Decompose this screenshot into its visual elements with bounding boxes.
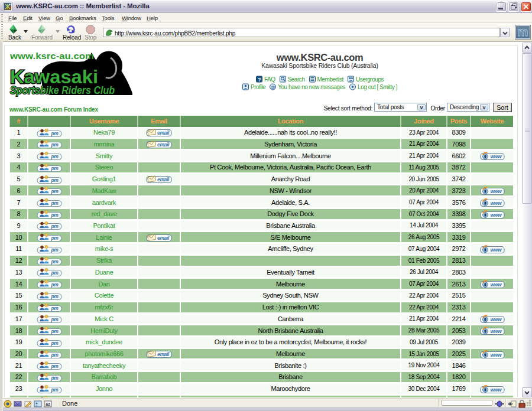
svg-text:@: @	[271, 84, 275, 90]
svg-text:pm: pm	[50, 352, 59, 358]
svg-text:email: email	[157, 177, 170, 182]
svg-text:pm: pm	[50, 282, 59, 288]
svg-text:www: www	[490, 247, 502, 253]
svg-text:pm: pm	[50, 177, 59, 183]
svg-text:pm: pm	[50, 305, 59, 311]
svg-text:pm: pm	[50, 340, 59, 346]
svg-text:www.ksrc-au.com: www.ksrc-au.com	[9, 51, 94, 61]
svg-text:pm: pm	[50, 293, 59, 299]
svg-text:az: az	[46, 402, 50, 406]
svg-text:email: email	[157, 142, 170, 148]
svg-text:www: www	[490, 200, 502, 206]
svg-text:www: www	[490, 282, 502, 288]
svg-text:www: www	[490, 352, 502, 358]
svg-text:pm: pm	[50, 212, 59, 218]
svg-text:www: www	[490, 387, 502, 393]
svg-text:email: email	[157, 235, 170, 241]
svg-text:pm: pm	[50, 363, 59, 369]
svg-text:pm: pm	[50, 200, 59, 206]
svg-text:pm: pm	[50, 235, 59, 241]
svg-text:pm: pm	[50, 387, 59, 393]
svg-text:pm: pm	[50, 188, 59, 194]
svg-text:www: www	[490, 212, 502, 218]
svg-text:?: ?	[258, 77, 261, 83]
svg-text:www: www	[490, 317, 502, 322]
svg-text:pm: pm	[50, 154, 59, 159]
svg-text:pm: pm	[50, 223, 59, 229]
svg-text:pm: pm	[50, 270, 59, 276]
svg-text:m: m	[518, 25, 528, 38]
svg-text:pm: pm	[50, 142, 59, 148]
svg-text:pm: pm	[50, 247, 59, 253]
svg-text:pm: pm	[50, 375, 59, 381]
svg-text:pm: pm	[50, 165, 59, 171]
svg-text:www: www	[490, 188, 502, 194]
svg-text:email: email	[157, 351, 170, 357]
svg-text:www: www	[490, 328, 502, 334]
svg-text:pm: pm	[50, 259, 59, 265]
svg-text:pm: pm	[50, 131, 59, 136]
svg-text:pm: pm	[50, 328, 59, 334]
svg-text:Sportsbike Riders Club: Sportsbike Riders Club	[10, 84, 115, 96]
svg-text:email: email	[157, 130, 170, 136]
svg-text:www: www	[490, 154, 502, 159]
svg-text:pm: pm	[50, 317, 59, 322]
